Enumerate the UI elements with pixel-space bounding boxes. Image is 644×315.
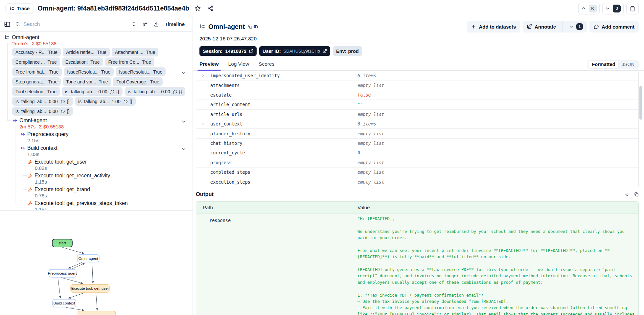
- search-input[interactable]: [23, 21, 127, 27]
- score-badge[interactable]: Article retrie...True: [63, 48, 110, 56]
- add-comment-button[interactable]: Add comment: [589, 21, 639, 33]
- tree-item-label: Execute tool: get_user: [34, 159, 87, 165]
- preview-value: empty list: [357, 83, 384, 88]
- score-name: is_talking_ab...: [65, 89, 96, 94]
- score-comment: {}: [67, 99, 70, 104]
- trace-timestamp: 2025-12-16 07:26:47.820: [199, 36, 644, 42]
- delete-trace-button[interactable]: [626, 3, 639, 14]
- tree-item-preprocess-query[interactable]: Preprocess query2.15s: [0, 131, 193, 143]
- tab-preview[interactable]: Preview: [199, 61, 219, 70]
- preview-row[interactable]: escalatefalse: [196, 90, 638, 100]
- share-button[interactable]: [206, 4, 215, 13]
- score-badge[interactable]: is_talking_ab...0.00{}: [12, 97, 73, 106]
- tree-item-execute-tool-get-brand[interactable]: Execute tool: get_brand0.76s: [0, 186, 193, 198]
- score-badge[interactable]: Compliance ...True: [12, 57, 60, 66]
- score-badge[interactable]: Accuracy - R...True: [12, 48, 61, 56]
- preview-row[interactable]: current_cycle0: [196, 148, 638, 158]
- score-name: Tool Coverage:: [116, 79, 147, 84]
- preview-row[interactable]: article_urlsempty list: [196, 110, 638, 119]
- share-icon: [207, 5, 214, 11]
- collapse-chevron[interactable]: [181, 146, 186, 152]
- graph-edge: [68, 293, 85, 298]
- preview-row[interactable]: completed_stepsempty list: [196, 168, 638, 177]
- score-badge[interactable]: Free from Co...True: [105, 57, 154, 66]
- collapse-panel-button[interactable]: [4, 21, 11, 28]
- score-comment: {}: [129, 99, 132, 104]
- tree-item-execute-tool-get-user[interactable]: Execute tool: get_user0.82s: [0, 159, 193, 171]
- preview-row[interactable]: progressempty list: [196, 158, 638, 168]
- timeline-toggle[interactable]: Timeline: [165, 21, 185, 27]
- tree-item-label: Omni-agent: [19, 118, 47, 124]
- score-badge[interactable]: Step generat...True: [12, 77, 61, 86]
- score-badge[interactable]: Tone and voi...True: [63, 77, 111, 86]
- expand-vertical-icon[interactable]: [625, 192, 630, 197]
- expand-chevron-icon[interactable]: [201, 122, 205, 126]
- tree-item-root[interactable]: Omni-agent 2m 57s Σ $0.55138: [0, 34, 193, 46]
- expand-chevron-icon[interactable]: [201, 74, 205, 78]
- search-icon: [15, 21, 20, 27]
- preview-key: completed_steps: [210, 169, 250, 175]
- duration-value: 1.03s: [27, 151, 39, 157]
- vertical-scrollbar[interactable]: [639, 86, 642, 120]
- annotate-dropdown[interactable]: 1: [565, 21, 587, 33]
- tree-item-row: Preprocess query: [20, 131, 193, 137]
- score-badge[interactable]: Free from hal...True: [12, 67, 62, 76]
- tree-item-label: Execute tool: get_recent_activity: [34, 173, 110, 179]
- copy-icon[interactable]: [634, 192, 639, 197]
- chevron-up-icon: [581, 6, 586, 11]
- session-badge[interactable]: Session:14910372: [199, 46, 257, 56]
- score-value: True: [99, 79, 108, 84]
- collapse-chevron[interactable]: [181, 119, 186, 124]
- score-badge[interactable]: is_talking_ab...0.00{}: [62, 87, 123, 96]
- score-badge[interactable]: Tool selection:True: [12, 87, 60, 96]
- star-icon: [195, 5, 201, 11]
- tab-scores[interactable]: Scores: [259, 61, 274, 70]
- graph-edge: [61, 278, 83, 283]
- score-value: 0.00: [98, 89, 107, 94]
- agent-graph[interactable]: __start__Omni-agentPreprocess queryExecu…: [0, 211, 193, 315]
- score-badge[interactable]: IssueResoluti...True: [64, 67, 114, 76]
- score-badge[interactable]: Escalation:True: [62, 57, 103, 66]
- tree-item-build-context[interactable]: Build context1.03s: [0, 145, 193, 157]
- tree-item-execute-tool-get-previous-steps-taken[interactable]: Execute tool: get_previous_steps_taken1.…: [0, 200, 193, 210]
- trace-type-chip[interactable]: Trace: [5, 3, 34, 13]
- score-badge[interactable]: is_talking_ab...1.00{}: [75, 97, 136, 106]
- row-chevron[interactable]: [196, 74, 205, 78]
- format-formatted[interactable]: Formatted: [588, 61, 618, 68]
- format-json[interactable]: JSON: [618, 61, 638, 68]
- preview-row[interactable]: article_content"": [196, 100, 638, 109]
- add-to-datasets-button[interactable]: Add to datasets: [467, 21, 520, 33]
- annotate-button[interactable]: Annotate: [523, 21, 560, 33]
- score-badge[interactable]: IssueResoluti...True: [116, 67, 166, 76]
- preview-row[interactable]: user_context6 items: [196, 119, 638, 129]
- score-value: True: [47, 59, 57, 65]
- user-id-badge[interactable]: User ID:SDAHUSLy9f1CHo: [259, 46, 330, 56]
- preview-row[interactable]: impersonated_user_identity6 items: [196, 71, 638, 80]
- graph-node[interactable]: [78, 311, 116, 315]
- settings-sliders-icon[interactable]: [142, 21, 148, 27]
- preview-row[interactable]: planner_historyempty list: [196, 129, 638, 138]
- preview-value: empty list: [357, 169, 384, 175]
- score-badge[interactable]: is_talking_ab...0.00{}: [12, 107, 73, 116]
- star-button[interactable]: [193, 4, 202, 13]
- collapse-all-icon[interactable]: [131, 21, 137, 27]
- graph-node-label: Preprocess query: [48, 271, 77, 275]
- next-trace-button[interactable]: J: [602, 3, 624, 14]
- score-badge[interactable]: is_talking_ab...0.00{}: [125, 87, 185, 96]
- prev-trace-button[interactable]: K: [578, 3, 600, 14]
- row-chevron[interactable]: [196, 122, 205, 126]
- tree-item-omni-agent[interactable]: Omni-agent2m 57sΣ $0.55138: [0, 117, 193, 129]
- copy-id-button[interactable]: ID: [248, 24, 258, 29]
- preview-row[interactable]: chat_historyempty list: [196, 139, 638, 148]
- tab-log-view[interactable]: Log View: [228, 61, 249, 70]
- observation-title: Omni-agent: [208, 23, 245, 31]
- span-icon: [12, 118, 17, 123]
- preview-row[interactable]: attachmentsempty list: [196, 80, 638, 90]
- tree-item-label: Execute tool: get_brand: [34, 187, 90, 192]
- collapse-chevron[interactable]: [181, 70, 186, 76]
- tree-item-execute-tool-get-recent-activity[interactable]: Execute tool: get_recent_activity1.15s: [0, 172, 193, 185]
- score-badge[interactable]: Tool Coverage:True: [113, 77, 162, 86]
- score-badge[interactable]: Attachment ...True: [112, 48, 159, 56]
- preview-row[interactable]: execution_stepsempty list: [196, 177, 638, 187]
- download-icon[interactable]: [153, 21, 159, 27]
